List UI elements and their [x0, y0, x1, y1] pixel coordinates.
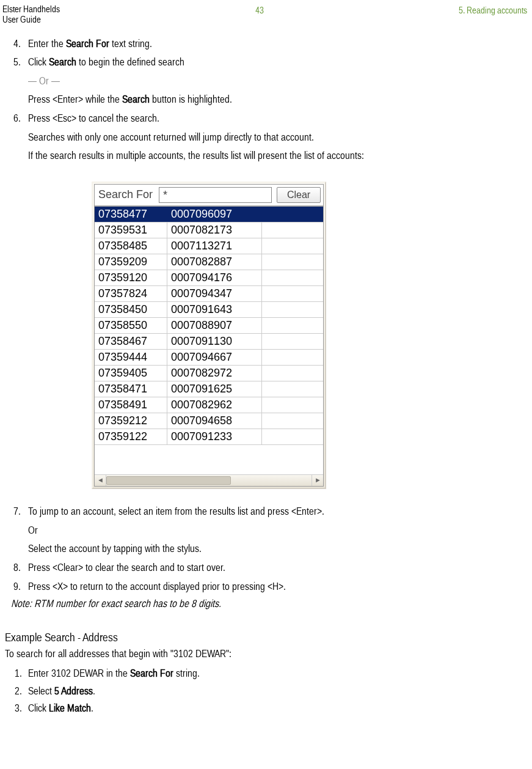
- result-col-1: 07358450: [95, 302, 167, 317]
- result-col-3: [262, 254, 323, 270]
- result-col-3: [262, 302, 323, 317]
- result-col-2: 0007094667: [167, 350, 262, 365]
- step-5: Click Search to begin the defined search…: [28, 54, 509, 107]
- result-col-2: 0007091643: [167, 302, 262, 317]
- result-col-3: [262, 223, 323, 238]
- result-col-1: 07359405: [95, 366, 167, 381]
- result-col-2: 0007091625: [167, 381, 262, 397]
- example-intro: To search for all addresses that begin w…: [5, 647, 527, 660]
- search-input[interactable]: *: [159, 187, 272, 203]
- result-col-2: 0007082972: [167, 366, 262, 381]
- step-4: Enter the Search For text string.: [28, 36, 509, 51]
- result-col-1: 07359531: [95, 223, 167, 238]
- instruction-list: Enter the Search For text string. Click …: [9, 36, 527, 163]
- result-col-3: [262, 397, 323, 413]
- result-row[interactable]: 073584850007113271: [95, 238, 323, 254]
- scroll-left-icon[interactable]: ◄: [95, 475, 106, 486]
- result-col-3: [262, 334, 323, 349]
- result-col-1: 07359444: [95, 350, 167, 365]
- step-9: Press <X> to return to the account displ…: [28, 579, 509, 594]
- result-col-3: [262, 207, 323, 222]
- result-col-3: [262, 413, 323, 429]
- step-6: Press <Esc> to cancel the search. Search…: [28, 111, 509, 163]
- result-col-1: 07359120: [95, 270, 167, 285]
- header-left: Elster Handhelds User Guide: [2, 4, 60, 25]
- result-col-3: [262, 270, 323, 285]
- result-row[interactable]: 073584500007091643: [95, 302, 323, 318]
- result-col-1: 07358477: [95, 207, 167, 222]
- result-col-3: [262, 318, 323, 333]
- document-page: Elster Handhelds User Guide 43 5. Readin…: [0, 0, 532, 769]
- result-col-1: 07359212: [95, 413, 167, 429]
- result-col-2: 0007094347: [167, 286, 262, 301]
- result-col-1: 07358485: [95, 238, 167, 254]
- horizontal-scrollbar[interactable]: ◄ ►: [95, 474, 323, 486]
- result-row[interactable]: 073595310007082173: [95, 223, 323, 238]
- result-col-2: 0007094658: [167, 413, 262, 429]
- search-bar: Search For * Clear: [95, 185, 323, 206]
- result-col-2: 0007096097: [167, 207, 262, 222]
- result-row[interactable]: 073584710007091625: [95, 381, 323, 397]
- result-col-1: 07358467: [95, 334, 167, 349]
- result-col-1: 07358471: [95, 381, 167, 397]
- result-col-2: 0007094176: [167, 270, 262, 285]
- result-col-3: [262, 381, 323, 397]
- example-step-3: Click Like Match.: [28, 701, 527, 716]
- result-col-2: 0007091233: [167, 429, 262, 444]
- result-col-2: 0007082887: [167, 254, 262, 270]
- result-row[interactable]: 073591220007091233: [95, 429, 323, 445]
- result-row[interactable]: 073584670007091130: [95, 334, 323, 350]
- search-results-screenshot: Search For * Clear 073584770007096097073…: [92, 182, 326, 489]
- clear-button[interactable]: Clear: [277, 187, 321, 203]
- result-row[interactable]: 073592090007082887: [95, 254, 323, 270]
- result-row[interactable]: 073591200007094176: [95, 270, 323, 286]
- example-step-2: Select 5 Address.: [28, 683, 527, 699]
- scroll-thumb[interactable]: [106, 476, 231, 485]
- example-steps: Enter 3102 DEWAR in the Search For strin…: [9, 666, 527, 716]
- result-col-1: 07357824: [95, 286, 167, 301]
- example-step-1: Enter 3102 DEWAR in the Search For strin…: [28, 666, 527, 681]
- result-col-2: 0007091130: [167, 334, 262, 349]
- section-title: 5. Reading accounts: [459, 4, 527, 15]
- scroll-right-icon[interactable]: ►: [312, 475, 323, 486]
- result-row[interactable]: 073594440007094667: [95, 350, 323, 366]
- result-col-2: 0007113271: [167, 238, 262, 254]
- result-row[interactable]: 073594050007082972: [95, 366, 323, 381]
- result-col-2: 0007082962: [167, 397, 262, 413]
- step-7: To jump to an account, select an item fr…: [28, 504, 509, 556]
- result-col-1: 07358550: [95, 318, 167, 333]
- or-separator: — Or —: [28, 73, 509, 89]
- page-header: Elster Handhelds User Guide 43 5. Readin…: [2, 4, 527, 25]
- results-list[interactable]: 0735847700070960970735953100070821730735…: [95, 206, 323, 474]
- page-number: 43: [255, 4, 264, 15]
- result-row[interactable]: 073592120007094658: [95, 413, 323, 429]
- result-col-2: 0007082173: [167, 223, 262, 238]
- result-row-blank: [95, 445, 323, 474]
- result-col-1: 07358491: [95, 397, 167, 413]
- result-col-3: [262, 238, 323, 254]
- example-heading: Example Search - Address: [5, 630, 527, 644]
- result-row[interactable]: 073578240007094347: [95, 286, 323, 302]
- note-text: Note: RTM number for exact search has to…: [11, 597, 521, 609]
- result-row[interactable]: 073584770007096097: [95, 207, 323, 223]
- result-col-3: [262, 286, 323, 301]
- result-col-1: 07359122: [95, 429, 167, 444]
- result-col-3: [262, 366, 323, 381]
- result-col-1: 07359209: [95, 254, 167, 270]
- instruction-list-cont: To jump to an account, select an item fr…: [9, 504, 527, 594]
- result-col-3: [262, 429, 323, 444]
- step-8: Press <Clear> to clear the search and to…: [28, 560, 509, 575]
- result-row[interactable]: 073584910007082962: [95, 397, 323, 413]
- search-for-label: Search For: [95, 185, 156, 205]
- result-row[interactable]: 073585500007088907: [95, 318, 323, 334]
- result-col-3: [262, 350, 323, 365]
- result-col-2: 0007088907: [167, 318, 262, 333]
